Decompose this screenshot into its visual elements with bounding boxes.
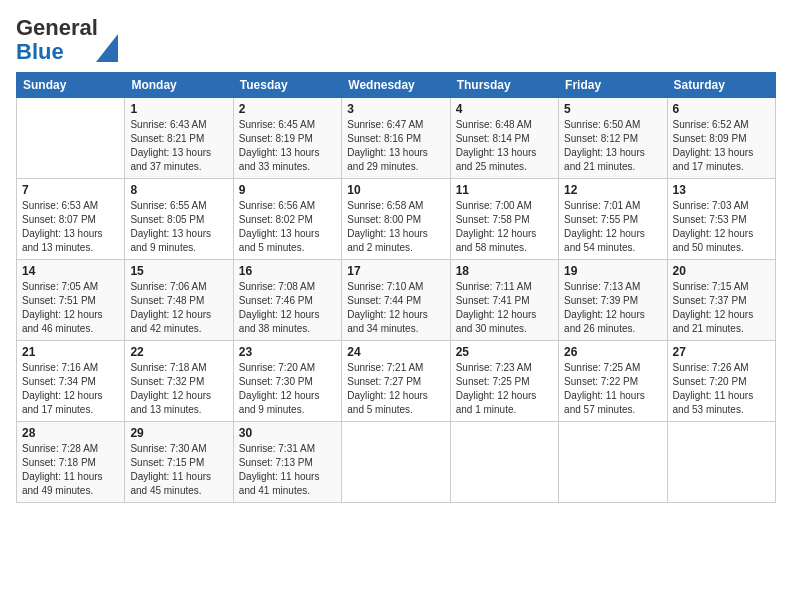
day-cell: 13Sunrise: 7:03 AM Sunset: 7:53 PM Dayli… (667, 179, 775, 260)
day-cell: 25Sunrise: 7:23 AM Sunset: 7:25 PM Dayli… (450, 341, 558, 422)
day-cell: 22Sunrise: 7:18 AM Sunset: 7:32 PM Dayli… (125, 341, 233, 422)
day-cell: 27Sunrise: 7:26 AM Sunset: 7:20 PM Dayli… (667, 341, 775, 422)
day-cell: 26Sunrise: 7:25 AM Sunset: 7:22 PM Dayli… (559, 341, 667, 422)
day-info: Sunrise: 7:01 AM Sunset: 7:55 PM Dayligh… (564, 199, 661, 255)
col-header-tuesday: Tuesday (233, 73, 341, 98)
day-cell: 5Sunrise: 6:50 AM Sunset: 8:12 PM Daylig… (559, 98, 667, 179)
day-number: 11 (456, 183, 553, 197)
day-info: Sunrise: 7:20 AM Sunset: 7:30 PM Dayligh… (239, 361, 336, 417)
col-header-friday: Friday (559, 73, 667, 98)
day-number: 16 (239, 264, 336, 278)
day-cell (559, 422, 667, 503)
day-cell: 11Sunrise: 7:00 AM Sunset: 7:58 PM Dayli… (450, 179, 558, 260)
day-info: Sunrise: 7:25 AM Sunset: 7:22 PM Dayligh… (564, 361, 661, 417)
day-cell (17, 98, 125, 179)
col-header-saturday: Saturday (667, 73, 775, 98)
day-cell: 28Sunrise: 7:28 AM Sunset: 7:18 PM Dayli… (17, 422, 125, 503)
day-cell: 9Sunrise: 6:56 AM Sunset: 8:02 PM Daylig… (233, 179, 341, 260)
day-number: 22 (130, 345, 227, 359)
day-info: Sunrise: 7:10 AM Sunset: 7:44 PM Dayligh… (347, 280, 444, 336)
day-info: Sunrise: 7:31 AM Sunset: 7:13 PM Dayligh… (239, 442, 336, 498)
day-info: Sunrise: 7:03 AM Sunset: 7:53 PM Dayligh… (673, 199, 770, 255)
day-cell: 7Sunrise: 6:53 AM Sunset: 8:07 PM Daylig… (17, 179, 125, 260)
day-info: Sunrise: 6:43 AM Sunset: 8:21 PM Dayligh… (130, 118, 227, 174)
day-cell: 12Sunrise: 7:01 AM Sunset: 7:55 PM Dayli… (559, 179, 667, 260)
week-row-1: 1Sunrise: 6:43 AM Sunset: 8:21 PM Daylig… (17, 98, 776, 179)
day-cell: 14Sunrise: 7:05 AM Sunset: 7:51 PM Dayli… (17, 260, 125, 341)
day-number: 18 (456, 264, 553, 278)
day-info: Sunrise: 7:11 AM Sunset: 7:41 PM Dayligh… (456, 280, 553, 336)
day-number: 30 (239, 426, 336, 440)
day-info: Sunrise: 7:05 AM Sunset: 7:51 PM Dayligh… (22, 280, 119, 336)
day-number: 6 (673, 102, 770, 116)
day-number: 24 (347, 345, 444, 359)
day-info: Sunrise: 7:15 AM Sunset: 7:37 PM Dayligh… (673, 280, 770, 336)
day-cell: 23Sunrise: 7:20 AM Sunset: 7:30 PM Dayli… (233, 341, 341, 422)
day-info: Sunrise: 7:30 AM Sunset: 7:15 PM Dayligh… (130, 442, 227, 498)
week-row-5: 28Sunrise: 7:28 AM Sunset: 7:18 PM Dayli… (17, 422, 776, 503)
day-number: 10 (347, 183, 444, 197)
day-number: 7 (22, 183, 119, 197)
day-number: 13 (673, 183, 770, 197)
day-info: Sunrise: 7:00 AM Sunset: 7:58 PM Dayligh… (456, 199, 553, 255)
day-number: 29 (130, 426, 227, 440)
page-header: GeneralBlue (16, 16, 776, 64)
day-number: 26 (564, 345, 661, 359)
col-header-sunday: Sunday (17, 73, 125, 98)
day-number: 2 (239, 102, 336, 116)
day-number: 4 (456, 102, 553, 116)
day-cell (342, 422, 450, 503)
svg-marker-0 (96, 34, 118, 62)
day-cell (450, 422, 558, 503)
day-number: 25 (456, 345, 553, 359)
day-number: 3 (347, 102, 444, 116)
day-cell: 19Sunrise: 7:13 AM Sunset: 7:39 PM Dayli… (559, 260, 667, 341)
day-info: Sunrise: 6:52 AM Sunset: 8:09 PM Dayligh… (673, 118, 770, 174)
calendar-header-row: SundayMondayTuesdayWednesdayThursdayFrid… (17, 73, 776, 98)
day-number: 23 (239, 345, 336, 359)
day-info: Sunrise: 6:58 AM Sunset: 8:00 PM Dayligh… (347, 199, 444, 255)
day-info: Sunrise: 6:56 AM Sunset: 8:02 PM Dayligh… (239, 199, 336, 255)
day-number: 12 (564, 183, 661, 197)
day-cell: 29Sunrise: 7:30 AM Sunset: 7:15 PM Dayli… (125, 422, 233, 503)
day-cell: 18Sunrise: 7:11 AM Sunset: 7:41 PM Dayli… (450, 260, 558, 341)
day-info: Sunrise: 7:06 AM Sunset: 7:48 PM Dayligh… (130, 280, 227, 336)
day-cell: 15Sunrise: 7:06 AM Sunset: 7:48 PM Dayli… (125, 260, 233, 341)
day-info: Sunrise: 7:18 AM Sunset: 7:32 PM Dayligh… (130, 361, 227, 417)
day-info: Sunrise: 7:13 AM Sunset: 7:39 PM Dayligh… (564, 280, 661, 336)
day-cell: 1Sunrise: 6:43 AM Sunset: 8:21 PM Daylig… (125, 98, 233, 179)
day-info: Sunrise: 7:26 AM Sunset: 7:20 PM Dayligh… (673, 361, 770, 417)
day-cell: 6Sunrise: 6:52 AM Sunset: 8:09 PM Daylig… (667, 98, 775, 179)
week-row-3: 14Sunrise: 7:05 AM Sunset: 7:51 PM Dayli… (17, 260, 776, 341)
day-info: Sunrise: 6:47 AM Sunset: 8:16 PM Dayligh… (347, 118, 444, 174)
day-info: Sunrise: 7:08 AM Sunset: 7:46 PM Dayligh… (239, 280, 336, 336)
day-cell: 20Sunrise: 7:15 AM Sunset: 7:37 PM Dayli… (667, 260, 775, 341)
week-row-2: 7Sunrise: 6:53 AM Sunset: 8:07 PM Daylig… (17, 179, 776, 260)
day-number: 19 (564, 264, 661, 278)
col-header-monday: Monday (125, 73, 233, 98)
day-number: 17 (347, 264, 444, 278)
col-header-wednesday: Wednesday (342, 73, 450, 98)
day-info: Sunrise: 6:48 AM Sunset: 8:14 PM Dayligh… (456, 118, 553, 174)
day-number: 20 (673, 264, 770, 278)
day-info: Sunrise: 7:28 AM Sunset: 7:18 PM Dayligh… (22, 442, 119, 498)
day-cell: 3Sunrise: 6:47 AM Sunset: 8:16 PM Daylig… (342, 98, 450, 179)
logo-text: GeneralBlue (16, 16, 98, 64)
day-number: 8 (130, 183, 227, 197)
day-cell: 8Sunrise: 6:55 AM Sunset: 8:05 PM Daylig… (125, 179, 233, 260)
logo-icon (96, 34, 118, 62)
day-cell: 24Sunrise: 7:21 AM Sunset: 7:27 PM Dayli… (342, 341, 450, 422)
day-number: 9 (239, 183, 336, 197)
day-cell: 17Sunrise: 7:10 AM Sunset: 7:44 PM Dayli… (342, 260, 450, 341)
day-number: 27 (673, 345, 770, 359)
day-info: Sunrise: 6:53 AM Sunset: 8:07 PM Dayligh… (22, 199, 119, 255)
day-cell: 4Sunrise: 6:48 AM Sunset: 8:14 PM Daylig… (450, 98, 558, 179)
day-number: 14 (22, 264, 119, 278)
day-number: 5 (564, 102, 661, 116)
day-number: 28 (22, 426, 119, 440)
day-number: 21 (22, 345, 119, 359)
day-cell: 16Sunrise: 7:08 AM Sunset: 7:46 PM Dayli… (233, 260, 341, 341)
day-cell: 10Sunrise: 6:58 AM Sunset: 8:00 PM Dayli… (342, 179, 450, 260)
calendar-table: SundayMondayTuesdayWednesdayThursdayFrid… (16, 72, 776, 503)
col-header-thursday: Thursday (450, 73, 558, 98)
